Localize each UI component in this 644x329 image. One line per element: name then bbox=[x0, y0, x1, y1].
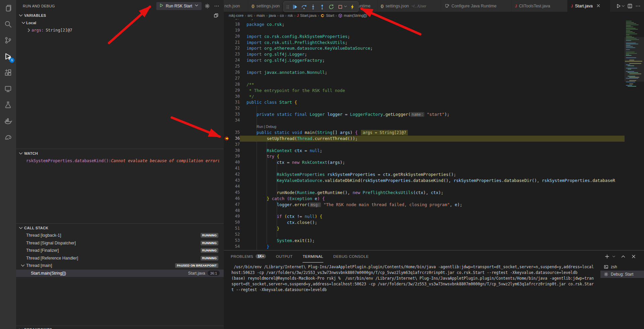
close-panel-icon[interactable] bbox=[631, 253, 637, 260]
minimap[interactable] bbox=[625, 19, 644, 250]
debug-step-over-button[interactable] bbox=[300, 2, 308, 11]
files-icon[interactable] bbox=[0, 0, 16, 16]
breadcrumb-segment[interactable]: rsk bbox=[288, 13, 293, 17]
debug-continue-button[interactable] bbox=[290, 2, 299, 11]
code-line-34[interactable]: 34 bbox=[224, 117, 644, 124]
breadcrumb-segment[interactable]: main bbox=[257, 13, 265, 17]
terminal-list-item-debug-start[interactable]: Debug: Start bbox=[600, 271, 644, 278]
code-line-26[interactable]: 26import javax.annotation.Nonnull; bbox=[224, 69, 644, 76]
chevron-down-icon[interactable] bbox=[343, 4, 347, 10]
call-stack-thread[interactable]: Thread [main]PAUSED ON BREAKPOINT bbox=[16, 262, 224, 270]
code-line-20[interactable]: 20import co.rsk.config.RskSystemProperti… bbox=[224, 34, 644, 40]
code-line-35[interactable]: 35 public static void main(String[] args… bbox=[224, 130, 644, 136]
code-line-36[interactable]: 36 setUpThread(Thread.currentThread()); bbox=[224, 136, 644, 142]
code-line-48[interactable]: 48 bbox=[224, 208, 644, 214]
search-icon[interactable] bbox=[0, 16, 16, 32]
code-line-23[interactable]: 23import org.slf4j.Logger; bbox=[224, 51, 644, 57]
code-line-31[interactable]: 31public class Start { bbox=[224, 99, 644, 105]
code-line-43[interactable]: 43 KeyValueDataSource.validateDbKind(rsk… bbox=[224, 178, 644, 184]
maximize-panel-icon[interactable] bbox=[620, 253, 626, 260]
chevron-down-icon[interactable] bbox=[18, 13, 23, 18]
hot-code-replace-icon[interactable] bbox=[348, 2, 357, 11]
breadcrumb-segment[interactable]: rskj-core bbox=[229, 13, 244, 17]
code-line-53[interactable]: 53 System.exit(1); bbox=[224, 238, 644, 244]
debug-step-into-button[interactable] bbox=[309, 2, 317, 11]
terminal-output[interactable]: /usr/bin/env /Library/Internet\ Plug-Ins… bbox=[231, 264, 599, 293]
testing-icon[interactable] bbox=[0, 97, 16, 113]
panel-tab-output[interactable]: OUTPUT bbox=[276, 250, 293, 263]
breadcrumb-class[interactable]: Start bbox=[326, 13, 334, 17]
code-line-40[interactable]: 40 ctx = new RskContext(args); bbox=[224, 159, 644, 166]
call-stack-thread[interactable]: Thread [logback-1]RUNNING bbox=[16, 232, 224, 239]
code-line-19[interactable]: 19 bbox=[224, 28, 644, 34]
codelens-run-debug[interactable]: Run | Debug bbox=[224, 124, 644, 130]
code-line-47[interactable]: 47 logger.error(msg: "The RSK node main … bbox=[224, 202, 644, 208]
breakpoint-current-line-icon[interactable] bbox=[224, 136, 230, 142]
panel-tab-debug-console[interactable]: DEBUG CONSOLE bbox=[333, 250, 369, 263]
tab-clitoolstest-java[interactable]: JCliToolsTest.java bbox=[512, 0, 568, 12]
chevron-down-icon[interactable] bbox=[18, 327, 23, 329]
code-line-38[interactable]: 38 RskContext ctx = null; bbox=[224, 148, 644, 154]
panel-tab-terminal[interactable]: TERMINAL bbox=[303, 250, 323, 263]
breadcrumb-segment[interactable]: src bbox=[248, 13, 253, 17]
extensions-icon[interactable] bbox=[0, 64, 16, 81]
code-line-45[interactable]: 45 runNode(Runtime.getRuntime(), new Pre… bbox=[224, 190, 644, 196]
code-line-39[interactable]: 39 try { bbox=[224, 153, 644, 159]
code-line-24[interactable]: 24import org.slf4j.LoggerFactory; bbox=[224, 57, 644, 63]
code-line-29[interactable]: 29 * The entrypoint for the RSK full nod… bbox=[224, 88, 644, 94]
breadcrumb[interactable]: rskj-core›src›main›java›co›rsk›JStart.ja… bbox=[224, 12, 624, 19]
toolbar-drag-handle[interactable] bbox=[285, 2, 290, 11]
debug-restart-button[interactable] bbox=[327, 2, 335, 11]
code-line-30[interactable]: 30 */ bbox=[224, 94, 644, 100]
code-line-18[interactable]: 18package co.rsk; bbox=[224, 21, 644, 28]
call-stack-thread[interactable]: Thread [Signal Dispatcher]RUNNING bbox=[16, 239, 224, 247]
tab-nch-json[interactable]: nch.json bbox=[224, 0, 248, 12]
code-line-28[interactable]: 28/** bbox=[224, 82, 644, 88]
breadcrumb-segment[interactable]: co bbox=[280, 13, 284, 17]
code-line-22[interactable]: 22import org.ethereum.datasource.KeyValu… bbox=[224, 45, 644, 51]
code-line-52[interactable]: 52 bbox=[224, 232, 644, 238]
code-line-54[interactable]: 54 } bbox=[224, 244, 644, 250]
variables-scope-local[interactable]: Local bbox=[16, 19, 224, 27]
breadcrumb-segment[interactable]: java bbox=[269, 13, 276, 17]
tab-configure-java-runtime[interactable]: Configure Java Runtime bbox=[441, 0, 512, 12]
chevron-down-icon[interactable] bbox=[18, 225, 23, 231]
breadcrumb-method[interactable]: main(String[]) bbox=[344, 13, 367, 17]
chevron-down-icon[interactable] bbox=[18, 151, 23, 156]
call-stack-thread[interactable]: Thread [Finalizer]RUNNING bbox=[16, 247, 224, 254]
watch-expression[interactable]: rskSystemProperties.databaseKind(): Cann… bbox=[16, 157, 219, 164]
code-line-33[interactable]: 33 private static final Logger logger = … bbox=[224, 111, 644, 117]
close-tab-icon[interactable] bbox=[596, 3, 601, 9]
source-control-icon[interactable] bbox=[0, 32, 16, 48]
gradle-icon[interactable] bbox=[0, 129, 16, 145]
tab-settings-json[interactable]: {}settings.json~/.../User bbox=[377, 0, 441, 12]
panel-tab-problems[interactable]: PROBLEMS1K+ bbox=[231, 250, 266, 263]
split-editor-button[interactable] bbox=[627, 3, 633, 9]
launch-config-dropdown[interactable]: Run RSK Start bbox=[156, 2, 202, 10]
more-actions-icon[interactable] bbox=[635, 3, 641, 9]
code-line-44[interactable]: 44 bbox=[224, 184, 644, 190]
more-actions-icon[interactable] bbox=[213, 2, 220, 10]
run-dropdown-icon[interactable] bbox=[621, 3, 625, 9]
docker-icon[interactable] bbox=[0, 113, 16, 129]
run-and-debug-icon[interactable]: 1 bbox=[0, 48, 16, 64]
code-line-50[interactable]: 50 ctx.close(); bbox=[224, 220, 644, 226]
call-stack-thread[interactable]: Thread [Reference Handler]RUNNING bbox=[16, 254, 224, 262]
code-line-41[interactable]: 41 bbox=[224, 166, 644, 172]
code-line-32[interactable]: 32 bbox=[224, 105, 644, 111]
gear-icon[interactable] bbox=[204, 2, 211, 10]
terminal-picker-icon[interactable] bbox=[612, 253, 616, 260]
new-terminal-button[interactable] bbox=[604, 253, 610, 260]
stack-frame-start-main[interactable]: Start.main(String[]) Start.java 36:1 bbox=[16, 270, 224, 277]
code-line-42[interactable]: 42 RskSystemProperties rskSystemProperti… bbox=[224, 172, 644, 178]
tab-start-java[interactable]: JStart.java bbox=[568, 0, 610, 12]
code-line-27[interactable]: 27 bbox=[224, 76, 644, 82]
code-line-25[interactable]: 25 bbox=[224, 63, 644, 69]
breadcrumb-file[interactable]: Start.java bbox=[300, 13, 317, 17]
code-line-21[interactable]: 21import co.rsk.util.PreflightChecksUtil… bbox=[224, 40, 644, 46]
code-editor[interactable]: 17 */18package co.rsk;1920import co.rsk.… bbox=[224, 19, 644, 250]
run-file-button[interactable] bbox=[615, 3, 622, 9]
code-line-46[interactable]: 46 } catch (Exception e) { bbox=[224, 196, 644, 202]
code-line-49[interactable]: 49 if (ctx != null) { bbox=[224, 214, 644, 220]
variable-args[interactable]: args: String[2]@7 bbox=[16, 27, 224, 34]
